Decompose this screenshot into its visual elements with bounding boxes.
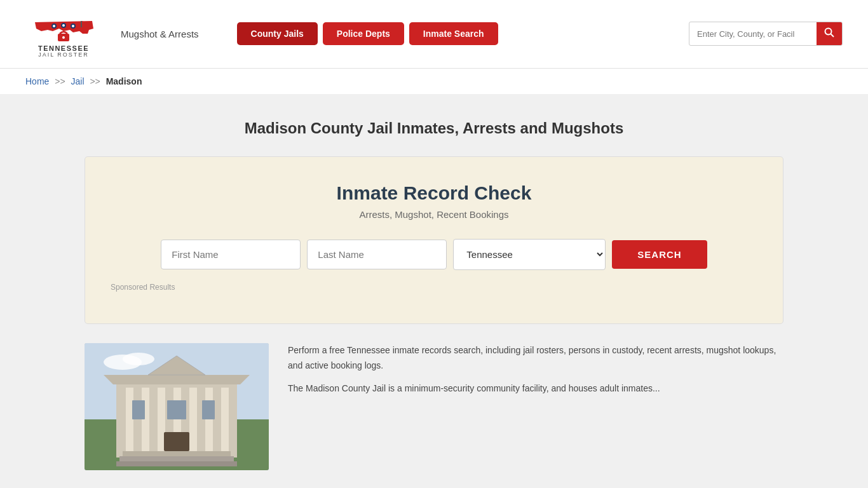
description-paragraph-1: Perform a free Tennessee inmate records … [288, 343, 783, 374]
county-jails-button[interactable]: County Jails [237, 22, 318, 45]
svg-point-9 [62, 36, 65, 39]
first-name-input[interactable] [161, 240, 301, 269]
svg-rect-32 [164, 432, 189, 451]
description-text: Perform a free Tennessee inmate records … [288, 343, 783, 470]
svg-rect-26 [123, 451, 231, 456]
breadcrumb-sep-2: >> [90, 76, 100, 86]
site-logo[interactable]: TENNESSEE JAIL ROSTER [25, 10, 102, 58]
nav-buttons: County Jails Police Depts Inmate Search [237, 22, 498, 45]
bottom-section: Perform a free Tennessee inmate records … [85, 343, 783, 470]
building-svg [85, 343, 269, 470]
breadcrumb: Home >> Jail >> Madison [0, 68, 868, 94]
svg-marker-24 [104, 375, 250, 384]
header-search-input[interactable] [689, 24, 817, 44]
svg-rect-17 [126, 388, 133, 451]
mugshot-arrests-link[interactable]: Mugshot & Arrests [121, 29, 199, 39]
breadcrumb-jail[interactable]: Jail [71, 76, 85, 86]
state-select[interactable]: Tennessee Alabama Georgia Kentucky [453, 239, 606, 270]
sponsored-label: Sponsored Results [104, 283, 764, 292]
svg-line-11 [831, 34, 834, 37]
record-check-box: Inmate Record Check Arrests, Mugshot, Re… [85, 156, 783, 324]
description-paragraph-2: The Madison County Jail is a minimum-sec… [288, 381, 783, 396]
svg-rect-21 [189, 388, 197, 451]
inmate-search-button[interactable]: Inmate Search [409, 22, 498, 45]
svg-rect-27 [119, 456, 234, 461]
svg-point-5 [72, 25, 74, 27]
svg-point-10 [825, 29, 832, 35]
logo-text-line2: JAIL ROSTER [38, 52, 89, 58]
svg-rect-30 [167, 400, 186, 419]
svg-point-1 [53, 25, 55, 27]
svg-rect-28 [116, 461, 237, 466]
record-check-title: Inmate Record Check [104, 182, 764, 204]
police-depts-button[interactable]: Police Depts [323, 22, 404, 45]
breadcrumb-home[interactable]: Home [25, 76, 49, 86]
search-icon [824, 27, 834, 37]
header-search-area [689, 22, 843, 46]
svg-rect-6 [81, 21, 82, 27]
svg-rect-29 [132, 400, 145, 419]
inmate-search-button[interactable]: SEARCH [612, 240, 707, 269]
record-check-subtitle: Arrests, Mugshot, Recent Bookings [104, 209, 764, 220]
breadcrumb-current: Madison [106, 76, 142, 86]
svg-rect-31 [202, 400, 215, 419]
building-image [85, 343, 269, 470]
page-title: Madison County Jail Inmates, Arrests and… [85, 119, 783, 137]
svg-rect-23 [221, 388, 229, 451]
inmate-search-form: Tennessee Alabama Georgia Kentucky SEARC… [104, 239, 764, 270]
svg-point-3 [62, 24, 65, 27]
header-search-button[interactable] [817, 22, 842, 45]
breadcrumb-sep-1: >> [55, 76, 65, 86]
last-name-input[interactable] [307, 240, 447, 269]
main-content: Madison County Jail Inmates, Arrests and… [72, 94, 796, 483]
logo-icon [29, 10, 98, 44]
site-header: TENNESSEE JAIL ROSTER Mugshot & Arrests … [0, 0, 868, 68]
svg-point-14 [123, 353, 154, 365]
